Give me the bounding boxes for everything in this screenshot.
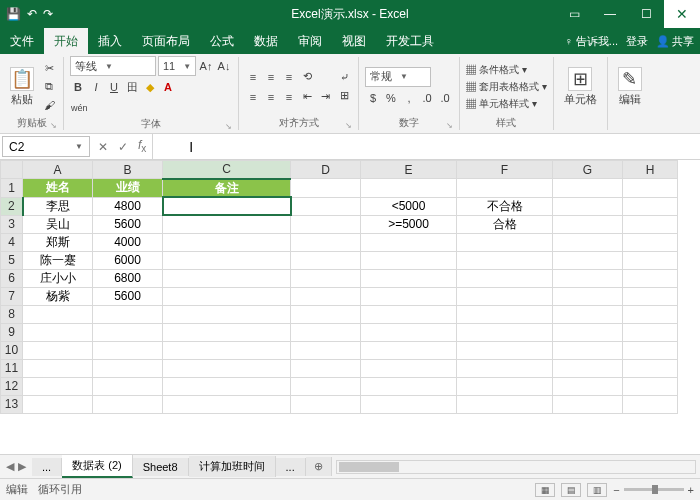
row-header-2[interactable]: 2 xyxy=(1,197,23,215)
paste-button[interactable]: 📋 粘贴 xyxy=(6,65,38,109)
cell-G1[interactable] xyxy=(553,179,623,198)
row-header-5[interactable]: 5 xyxy=(1,251,23,269)
cell-E13[interactable] xyxy=(361,395,457,413)
cell-B2[interactable]: 4800 xyxy=(93,197,163,215)
cell-A13[interactable] xyxy=(23,395,93,413)
cell-F10[interactable] xyxy=(457,341,553,359)
cell-styles-button[interactable]: ▦ 单元格样式 ▾ xyxy=(466,97,547,111)
col-header-F[interactable]: F xyxy=(457,161,553,179)
decrease-decimal-icon[interactable]: .0 xyxy=(437,90,453,106)
align-right-icon[interactable]: ≡ xyxy=(281,89,297,105)
formula-input[interactable]: I xyxy=(153,134,700,159)
cell-H6[interactable] xyxy=(623,269,678,287)
sheet-tab-more-right[interactable]: ... xyxy=(276,458,306,476)
align-top-icon[interactable]: ≡ xyxy=(245,69,261,85)
cell-G8[interactable] xyxy=(553,305,623,323)
zoom-in-button[interactable]: + xyxy=(688,484,694,496)
currency-icon[interactable]: $ xyxy=(365,90,381,106)
undo-icon[interactable]: ↶ xyxy=(27,7,37,21)
tab-layout[interactable]: 页面布局 xyxy=(132,28,200,54)
cell-C1[interactable]: 备注 xyxy=(163,179,291,198)
cell-B12[interactable] xyxy=(93,377,163,395)
number-format-combo[interactable]: 常规▼ xyxy=(365,67,431,87)
cell-H7[interactable] xyxy=(623,287,678,305)
cell-D12[interactable] xyxy=(291,377,361,395)
col-header-G[interactable]: G xyxy=(553,161,623,179)
cell-B5[interactable]: 6000 xyxy=(93,251,163,269)
row-header-13[interactable]: 13 xyxy=(1,395,23,413)
cell-E5[interactable] xyxy=(361,251,457,269)
underline-button[interactable]: U xyxy=(106,79,122,95)
cell-A10[interactable] xyxy=(23,341,93,359)
indent-left-icon[interactable]: ⇤ xyxy=(299,89,315,105)
cell-H5[interactable] xyxy=(623,251,678,269)
cell-E7[interactable] xyxy=(361,287,457,305)
cell-H8[interactable] xyxy=(623,305,678,323)
row-header-6[interactable]: 6 xyxy=(1,269,23,287)
normal-view-icon[interactable]: ▦ xyxy=(535,483,555,497)
cell-G7[interactable] xyxy=(553,287,623,305)
row-header-4[interactable]: 4 xyxy=(1,233,23,251)
percent-icon[interactable]: % xyxy=(383,90,399,106)
cell-E12[interactable] xyxy=(361,377,457,395)
cell-B10[interactable] xyxy=(93,341,163,359)
cell-A4[interactable]: 郑斯 xyxy=(23,233,93,251)
row-header-8[interactable]: 8 xyxy=(1,305,23,323)
align-left-icon[interactable]: ≡ xyxy=(245,89,261,105)
cell-G9[interactable] xyxy=(553,323,623,341)
cell-A12[interactable] xyxy=(23,377,93,395)
cells-button[interactable]: ⊞ 单元格 xyxy=(560,65,601,109)
row-header-12[interactable]: 12 xyxy=(1,377,23,395)
col-header-A[interactable]: A xyxy=(23,161,93,179)
cell-B7[interactable]: 5600 xyxy=(93,287,163,305)
sheet-nav-prev-icon[interactable]: ◀ xyxy=(6,460,14,473)
cell-A3[interactable]: 吴山 xyxy=(23,215,93,233)
zoom-slider[interactable] xyxy=(624,488,684,491)
cell-F6[interactable] xyxy=(457,269,553,287)
cell-A7[interactable]: 杨紫 xyxy=(23,287,93,305)
sheet-tab-more-left[interactable]: ... xyxy=(32,458,62,476)
increase-font-icon[interactable]: A↑ xyxy=(198,58,214,74)
alignment-launcher[interactable]: ↘ xyxy=(345,121,352,130)
sheet-tab-1[interactable]: Sheet8 xyxy=(133,458,189,476)
cell-C13[interactable] xyxy=(163,395,291,413)
sheet-tab-active[interactable]: 数据表 (2) xyxy=(62,455,133,478)
cell-C2[interactable] xyxy=(163,197,291,215)
cell-A8[interactable] xyxy=(23,305,93,323)
row-header-10[interactable]: 10 xyxy=(1,341,23,359)
increase-decimal-icon[interactable]: .0 xyxy=(419,90,435,106)
col-header-C[interactable]: C xyxy=(163,161,291,179)
redo-icon[interactable]: ↷ xyxy=(43,7,53,21)
col-header-D[interactable]: D xyxy=(291,161,361,179)
cell-H3[interactable] xyxy=(623,215,678,233)
align-bottom-icon[interactable]: ≡ xyxy=(281,69,297,85)
cell-H9[interactable] xyxy=(623,323,678,341)
share-button[interactable]: 👤共享 xyxy=(656,34,694,49)
cell-B11[interactable] xyxy=(93,359,163,377)
merge-button[interactable]: ⊞ xyxy=(336,88,352,104)
tab-home[interactable]: 开始 xyxy=(44,28,88,54)
col-header-H[interactable]: H xyxy=(623,161,678,179)
col-header-E[interactable]: E xyxy=(361,161,457,179)
cell-F12[interactable] xyxy=(457,377,553,395)
cell-E3[interactable]: >=5000 xyxy=(361,215,457,233)
cell-B13[interactable] xyxy=(93,395,163,413)
cell-G12[interactable] xyxy=(553,377,623,395)
cell-A11[interactable] xyxy=(23,359,93,377)
tab-formulas[interactable]: 公式 xyxy=(200,28,244,54)
cell-F11[interactable] xyxy=(457,359,553,377)
row-header-11[interactable]: 11 xyxy=(1,359,23,377)
orientation-icon[interactable]: ⟲ xyxy=(299,69,315,85)
cell-C12[interactable] xyxy=(163,377,291,395)
row-header-7[interactable]: 7 xyxy=(1,287,23,305)
cell-G13[interactable] xyxy=(553,395,623,413)
sheet-tab-2[interactable]: 计算加班时间 xyxy=(189,456,276,477)
conditional-format-button[interactable]: ▦ 条件格式 ▾ xyxy=(466,63,547,77)
cell-D7[interactable] xyxy=(291,287,361,305)
cell-E2[interactable]: <5000 xyxy=(361,197,457,215)
cell-D13[interactable] xyxy=(291,395,361,413)
cell-G11[interactable] xyxy=(553,359,623,377)
italic-button[interactable]: I xyxy=(88,79,104,95)
cell-D5[interactable] xyxy=(291,251,361,269)
clipboard-launcher[interactable]: ↘ xyxy=(50,121,57,130)
